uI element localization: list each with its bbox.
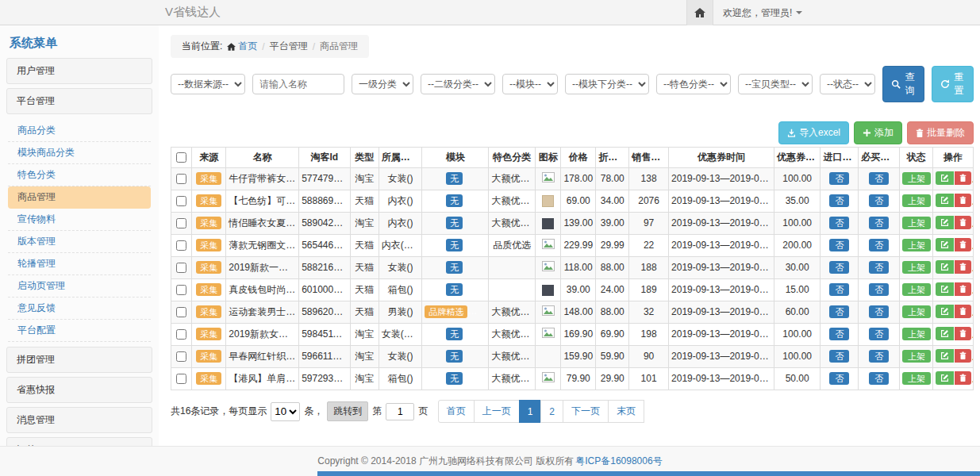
filter-select[interactable]: --模块下分类-- <box>565 74 649 94</box>
import-pick-toggle[interactable]: 否 <box>829 194 849 207</box>
sidebar-item[interactable]: 宣传物料 <box>8 209 151 231</box>
must-buy-toggle[interactable]: 否 <box>869 372 889 385</box>
sidebar-section[interactable]: 拼团管理 <box>6 347 152 373</box>
breadcrumb-item[interactable]: 平台管理 <box>270 40 308 53</box>
sidebar-item[interactable]: 平台配置 <box>8 320 151 342</box>
delete-button[interactable] <box>955 349 971 363</box>
edit-button[interactable] <box>936 238 954 251</box>
must-buy-toggle[interactable]: 否 <box>869 172 889 185</box>
sidebar-item[interactable]: 特色分类 <box>8 164 151 186</box>
delete-button[interactable] <box>955 194 971 207</box>
page-button[interactable]: 下一页 <box>563 400 609 423</box>
must-buy-toggle[interactable]: 否 <box>869 305 889 318</box>
import-pick-toggle[interactable]: 否 <box>829 305 849 318</box>
must-buy-toggle[interactable]: 否 <box>869 350 889 363</box>
edit-button[interactable] <box>936 305 954 318</box>
delete-button[interactable] <box>955 171 971 185</box>
icp-link[interactable]: 粤ICP备16098006号 <box>575 455 662 468</box>
edit-button[interactable] <box>936 282 954 296</box>
sidebar-section[interactable]: 平台管理 <box>6 88 152 114</box>
row-checkbox[interactable] <box>176 263 186 273</box>
delete-button[interactable] <box>955 327 971 340</box>
row-checkbox[interactable] <box>176 196 186 206</box>
sidebar-item[interactable]: 商品分类 <box>8 120 151 142</box>
sidebar-section[interactable]: 用户管理 <box>6 58 152 84</box>
select-all-checkbox[interactable] <box>176 152 186 163</box>
must-buy-toggle[interactable]: 否 <box>869 283 889 296</box>
edit-button[interactable] <box>936 349 954 363</box>
edit-button[interactable] <box>936 194 954 207</box>
page-button[interactable]: 首页 <box>438 400 475 423</box>
edit-button[interactable] <box>936 327 954 340</box>
edit-button[interactable] <box>936 371 954 385</box>
import-pick-toggle[interactable]: 否 <box>829 172 849 185</box>
filter-select[interactable]: --二级分类-- <box>421 74 495 94</box>
row-checkbox[interactable] <box>176 218 186 228</box>
jump-button[interactable]: 跳转到 <box>327 401 368 421</box>
status-button[interactable]: 上架 <box>902 172 931 185</box>
import-pick-toggle[interactable]: 否 <box>829 350 849 363</box>
status-button[interactable]: 上架 <box>902 328 931 340</box>
delete-button[interactable] <box>955 238 971 251</box>
data-source-select[interactable]: --数据来源-- <box>171 74 245 94</box>
reset-button[interactable]: 重置 <box>932 66 974 102</box>
row-checkbox[interactable] <box>176 307 186 317</box>
import-pick-toggle[interactable]: 否 <box>829 372 849 385</box>
page-button[interactable]: 2 <box>540 400 563 423</box>
status-button[interactable]: 上架 <box>902 305 931 318</box>
must-buy-toggle[interactable]: 否 <box>869 261 889 274</box>
row-checkbox[interactable] <box>176 351 186 362</box>
delete-button[interactable] <box>955 216 971 229</box>
sidebar-item[interactable]: 启动页管理 <box>8 275 151 298</box>
batch-delete-button[interactable]: 批量删除 <box>907 121 974 144</box>
sidebar-item[interactable]: 轮播管理 <box>8 253 151 275</box>
delete-button[interactable] <box>955 282 971 296</box>
import-pick-toggle[interactable]: 否 <box>829 283 849 296</box>
delete-button[interactable] <box>955 260 971 274</box>
import-pick-toggle[interactable]: 否 <box>829 239 849 251</box>
sidebar-item[interactable]: 商品管理 <box>8 186 151 209</box>
sidebar-item[interactable]: 意见反馈 <box>8 298 151 320</box>
import-excel-button[interactable]: 导入excel <box>778 121 849 144</box>
row-checkbox[interactable] <box>176 285 186 295</box>
delete-button[interactable] <box>955 305 971 318</box>
add-button[interactable]: 添加 <box>854 121 902 144</box>
edit-button[interactable] <box>936 216 954 229</box>
must-buy-toggle[interactable]: 否 <box>869 194 889 207</box>
delete-button[interactable] <box>955 371 971 385</box>
jump-page-input[interactable] <box>386 403 414 420</box>
row-checkbox[interactable] <box>176 174 186 184</box>
filter-select[interactable]: 一级分类 <box>352 74 413 94</box>
search-button[interactable]: 查询 <box>882 66 924 102</box>
status-button[interactable]: 上架 <box>902 261 931 274</box>
status-button[interactable]: 上架 <box>902 372 931 385</box>
sidebar-section[interactable]: 省惠快报 <box>6 377 152 403</box>
edit-button[interactable] <box>936 260 954 274</box>
filter-select[interactable]: --宝贝类型-- <box>738 74 813 94</box>
sidebar-item[interactable]: 模块商品分类 <box>8 142 151 164</box>
must-buy-toggle[interactable]: 否 <box>869 217 889 229</box>
status-button[interactable]: 上架 <box>902 217 931 229</box>
name-search-input[interactable] <box>252 74 344 94</box>
must-buy-toggle[interactable]: 否 <box>869 239 889 251</box>
row-checkbox[interactable] <box>176 374 186 384</box>
status-button[interactable]: 上架 <box>902 239 931 251</box>
sidebar-item[interactable]: 版本管理 <box>8 231 151 253</box>
status-button[interactable]: 上架 <box>902 283 931 296</box>
per-page-select[interactable]: 10 <box>271 402 300 421</box>
import-pick-toggle[interactable]: 否 <box>829 217 849 229</box>
filter-select[interactable]: --特色分类-- <box>656 74 731 94</box>
page-button[interactable]: 末页 <box>608 400 644 423</box>
must-buy-toggle[interactable]: 否 <box>869 328 889 340</box>
edit-button[interactable] <box>936 171 954 185</box>
import-pick-toggle[interactable]: 否 <box>829 261 849 274</box>
status-button[interactable]: 上架 <box>902 350 931 363</box>
import-pick-toggle[interactable]: 否 <box>829 328 849 340</box>
filter-select[interactable]: --模块-- <box>502 74 558 94</box>
row-checkbox[interactable] <box>176 329 186 340</box>
status-button[interactable]: 上架 <box>902 194 931 207</box>
page-button[interactable]: 上一页 <box>474 400 520 423</box>
filter-select[interactable]: --状态-- <box>820 74 875 94</box>
sidebar-section[interactable]: 消息管理 <box>6 407 152 433</box>
row-checkbox[interactable] <box>176 240 186 251</box>
